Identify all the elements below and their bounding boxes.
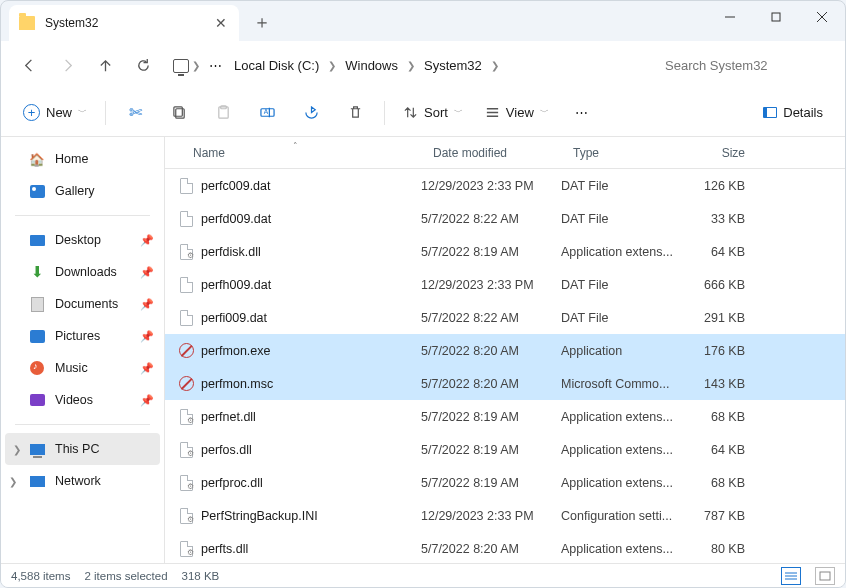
home-icon: 🏠 xyxy=(29,151,45,167)
view-details-toggle[interactable] xyxy=(781,567,801,585)
file-row[interactable]: perfnet.dll5/7/2022 8:19 AMApplication e… xyxy=(165,400,845,433)
plus-circle-icon: + xyxy=(23,104,40,121)
file-row[interactable]: perfdisk.dll5/7/2022 8:19 AMApplication … xyxy=(165,235,845,268)
status-selection: 2 items selected xyxy=(84,570,167,582)
pin-icon: 📌 xyxy=(140,362,154,375)
more-button[interactable]: ⋯ xyxy=(563,96,601,130)
sidebar-item-videos[interactable]: Videos📌 xyxy=(1,384,164,416)
file-size: 80 KB xyxy=(679,542,757,556)
close-window-button[interactable] xyxy=(799,1,845,33)
sidebar-item-home[interactable]: 🏠Home xyxy=(1,143,164,175)
column-header-size[interactable]: Size xyxy=(679,146,757,160)
sidebar-item-documents[interactable]: Documents📌 xyxy=(1,288,164,320)
back-button[interactable] xyxy=(11,48,47,84)
sidebar-item-network[interactable]: ❯Network xyxy=(1,465,164,497)
forward-button[interactable] xyxy=(49,48,85,84)
status-selsize: 318 KB xyxy=(182,570,220,582)
file-row[interactable]: perfd009.dat5/7/2022 8:22 AMDAT File33 K… xyxy=(165,202,845,235)
file-icon xyxy=(177,243,195,261)
chevron-right-icon[interactable]: ❯ xyxy=(9,476,17,487)
file-type: DAT File xyxy=(561,311,679,325)
file-type: DAT File xyxy=(561,179,679,193)
file-icon xyxy=(177,309,195,327)
body: 🏠Home Gallery Desktop📌 ⬇Downloads📌 Docum… xyxy=(1,137,845,563)
file-size: 666 KB xyxy=(679,278,757,292)
chevron-right-icon[interactable]: ❯ xyxy=(189,60,203,71)
file-row[interactable]: perfi009.dat5/7/2022 8:22 AMDAT File291 … xyxy=(165,301,845,334)
search-input[interactable]: Search System32 xyxy=(655,50,835,82)
file-icon xyxy=(177,507,195,525)
close-tab-icon[interactable]: ✕ xyxy=(213,15,229,31)
file-type: Application extens... xyxy=(561,542,679,556)
file-row[interactable]: perfts.dll5/7/2022 8:20 AMApplication ex… xyxy=(165,532,845,563)
view-button[interactable]: View ﹀ xyxy=(477,96,557,130)
refresh-button[interactable] xyxy=(125,48,161,84)
details-pane-button[interactable]: Details xyxy=(755,96,831,130)
ellipsis-icon: ⋯ xyxy=(575,105,588,120)
file-icon xyxy=(177,474,195,492)
maximize-button[interactable] xyxy=(753,1,799,33)
tab-system32[interactable]: System32 ✕ xyxy=(9,5,239,41)
desktop-icon xyxy=(29,232,45,248)
column-header-name[interactable]: ˄Name xyxy=(165,146,421,160)
new-button[interactable]: + New ﹀ xyxy=(15,96,95,130)
file-date: 5/7/2022 8:19 AM xyxy=(421,410,561,424)
sidebar-item-desktop[interactable]: Desktop📌 xyxy=(1,224,164,256)
folder-icon xyxy=(19,16,35,30)
file-size: 143 KB xyxy=(679,377,757,391)
sidebar-item-this-pc[interactable]: ❯This PC xyxy=(5,433,160,465)
rows-container[interactable]: perfc009.dat12/29/2023 2:33 PMDAT File12… xyxy=(165,169,845,563)
crumb-windows[interactable]: Windows xyxy=(339,49,404,83)
column-header-date[interactable]: Date modified xyxy=(421,146,561,160)
sidebar-item-pictures[interactable]: Pictures📌 xyxy=(1,320,164,352)
file-icon xyxy=(177,540,195,558)
chevron-right-icon[interactable]: ❯ xyxy=(488,60,502,71)
rename-button[interactable]: A xyxy=(248,96,286,130)
file-list: ˄Name Date modified Type Size perfc009.d… xyxy=(165,137,845,563)
file-row[interactable]: perfos.dll5/7/2022 8:19 AMApplication ex… xyxy=(165,433,845,466)
chevron-right-icon[interactable]: ❯ xyxy=(325,60,339,71)
svg-rect-17 xyxy=(820,572,830,580)
paste-button[interactable] xyxy=(204,96,242,130)
crumb-ellipsis[interactable]: ⋯ xyxy=(203,49,228,83)
chevron-down-icon: ﹀ xyxy=(78,106,87,119)
rename-icon: A xyxy=(260,105,275,120)
sort-button[interactable]: Sort ﹀ xyxy=(395,96,471,130)
up-button[interactable] xyxy=(87,48,123,84)
share-icon xyxy=(304,105,319,120)
pin-icon: 📌 xyxy=(140,298,154,311)
file-row[interactable]: PerfStringBackup.INI12/29/2023 2:33 PMCo… xyxy=(165,499,845,532)
file-row[interactable]: perfmon.exe5/7/2022 8:20 AMApplication17… xyxy=(165,334,845,367)
sidebar-item-music[interactable]: Music📌 xyxy=(1,352,164,384)
copy-icon xyxy=(172,105,187,120)
minimize-button[interactable] xyxy=(707,1,753,33)
file-type: Application extens... xyxy=(561,443,679,457)
share-button[interactable] xyxy=(292,96,330,130)
file-row[interactable]: perfc009.dat12/29/2023 2:33 PMDAT File12… xyxy=(165,169,845,202)
sidebar-item-downloads[interactable]: ⬇Downloads📌 xyxy=(1,256,164,288)
crumb-local-disk[interactable]: Local Disk (C:) xyxy=(228,49,325,83)
delete-button[interactable] xyxy=(336,96,374,130)
column-header-type[interactable]: Type xyxy=(561,146,679,160)
file-row[interactable]: perfmon.msc5/7/2022 8:20 AMMicrosoft Com… xyxy=(165,367,845,400)
copy-button[interactable] xyxy=(160,96,198,130)
file-date: 5/7/2022 8:20 AM xyxy=(421,344,561,358)
music-icon xyxy=(29,360,45,376)
file-size: 291 KB xyxy=(679,311,757,325)
view-icon xyxy=(485,105,500,120)
view-thumbnails-toggle[interactable] xyxy=(815,567,835,585)
chevron-right-icon[interactable]: ❯ xyxy=(404,60,418,71)
file-type: DAT File xyxy=(561,278,679,292)
pin-icon: 📌 xyxy=(140,394,154,407)
pin-icon: 📌 xyxy=(140,234,154,247)
crumb-system32[interactable]: System32 xyxy=(418,49,488,83)
sidebar-item-gallery[interactable]: Gallery xyxy=(1,175,164,207)
svg-text:A: A xyxy=(263,108,268,115)
breadcrumb[interactable]: ❯ ⋯ Local Disk (C:) ❯ Windows ❯ System32… xyxy=(169,49,502,83)
chevron-right-icon[interactable]: ❯ xyxy=(13,444,21,455)
cut-button[interactable]: ✄ xyxy=(116,96,154,130)
file-row[interactable]: perfproc.dll5/7/2022 8:19 AMApplication … xyxy=(165,466,845,499)
file-size: 787 KB xyxy=(679,509,757,523)
new-tab-button[interactable]: ＋ xyxy=(245,5,279,39)
file-row[interactable]: perfh009.dat12/29/2023 2:33 PMDAT File66… xyxy=(165,268,845,301)
